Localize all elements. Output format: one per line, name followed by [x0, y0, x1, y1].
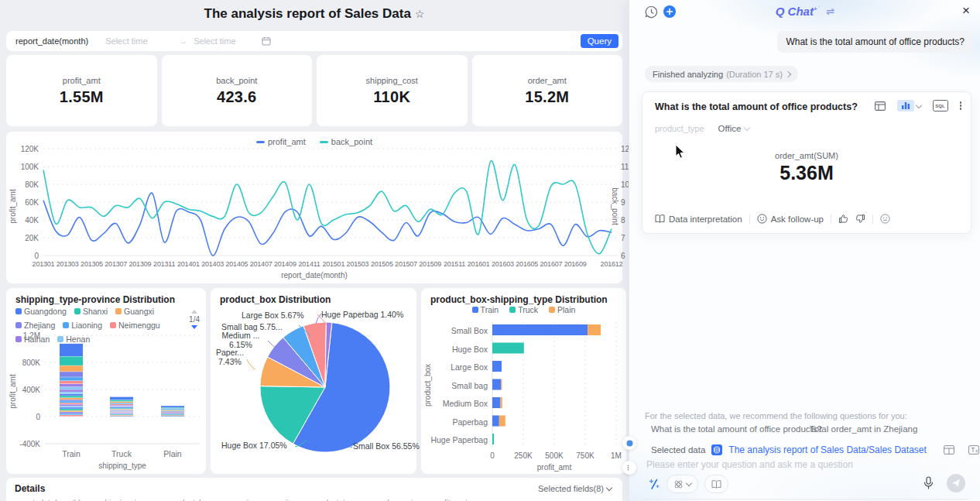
calendar-icon[interactable]	[262, 36, 271, 46]
bar-segment	[110, 411, 133, 412]
bar-segment	[60, 404, 83, 406]
kpi-card: profit_amt1.55M	[6, 55, 157, 126]
swap-mode-icon[interactable]: ⇌	[826, 5, 834, 17]
question-input[interactable]	[645, 458, 903, 471]
model-select-dropdown[interactable]	[666, 475, 698, 493]
bar-segment	[60, 394, 83, 396]
kpi-label: shipping_cost	[366, 76, 418, 85]
recommend-question-1[interactable]: What is the total amount of office produ…	[651, 424, 822, 434]
x-axis-tick: 201609	[561, 260, 589, 268]
bar-segment	[60, 410, 83, 411]
stacked-bar-chart-card: shipping_type-province Distribution Guan…	[6, 288, 206, 474]
bar-segment	[60, 412, 83, 413]
kpi-card: order_amt15.2M	[472, 55, 623, 126]
floating-assistant-icon[interactable]	[622, 436, 636, 450]
kpi-value: 423.6	[217, 88, 257, 106]
y-axis-title: profit_amt	[9, 184, 17, 230]
bar-segment	[110, 397, 133, 400]
selected-fields-dropdown[interactable]: Selected fields(8)	[538, 484, 612, 493]
page-title: The analysis report of Sales Data☆	[0, 6, 629, 22]
bar-segment	[110, 415, 133, 416]
selected-fields-label: Selected fields(8)	[538, 484, 604, 493]
y-axis-tick: 120K	[6, 145, 39, 153]
more-options-icon[interactable]	[960, 101, 962, 110]
bar-segment	[492, 379, 501, 390]
bar-segment	[60, 392, 83, 393]
bar-segment	[492, 324, 588, 335]
y-axis-tick: 9	[621, 198, 625, 207]
bar-segment	[60, 356, 83, 365]
bar-segment	[60, 372, 83, 377]
bar-segment	[500, 397, 502, 408]
bar-segment	[60, 387, 83, 389]
bar-segment	[161, 413, 184, 413]
dataset-fields-icon[interactable]	[968, 445, 979, 455]
recommend-question-2[interactable]: Total order_amt in Zhejiang	[810, 424, 917, 434]
y-axis-tick: 6	[621, 252, 625, 260]
kpi-card: shipping_cost110K	[317, 55, 468, 126]
kpi-value: 1.55M	[60, 88, 104, 106]
feedback-smiley-icon[interactable]	[880, 214, 890, 224]
user-message-bubble: What is the total amount of office produ…	[777, 31, 973, 53]
kpi-value: 110K	[373, 88, 410, 106]
pie-slice-label: Paper... 7.43%	[212, 348, 248, 366]
ask-follow-up-button[interactable]: Ask follow-up	[757, 214, 824, 224]
microphone-icon[interactable]	[923, 476, 934, 490]
thumbs-up-icon[interactable]	[838, 214, 848, 224]
y-axis-tick: 7	[621, 234, 625, 242]
dataset-table-icon[interactable]	[944, 445, 954, 455]
data-interpretation-button[interactable]: Data interpretation	[655, 214, 742, 224]
bar-segment	[161, 414, 184, 415]
bar-segment	[60, 401, 83, 403]
bar-segment	[110, 402, 133, 403]
pie-slice-label: Huge Box 17.05%	[221, 441, 291, 450]
bar-segment	[60, 403, 83, 405]
bar-segment	[60, 407, 83, 409]
chevron-down-icon	[606, 485, 612, 491]
smart-prompt-icon[interactable]	[648, 478, 660, 490]
sql-icon[interactable]: SQL	[933, 100, 948, 112]
input-bottom-border	[642, 499, 968, 499]
y-axis-tick: 11	[621, 163, 629, 171]
bar-segment	[110, 410, 133, 411]
bar-segment	[492, 343, 524, 354]
bar-segment	[161, 416, 184, 417]
filter-field-name: product_type	[655, 124, 704, 133]
y-axis-tick: Huge Paperbag	[421, 435, 488, 444]
metric-value: 5.36M	[642, 162, 971, 184]
end-time-input[interactable]: Select time	[194, 36, 262, 46]
bar-segment	[110, 416, 133, 417]
x-axis-tick: Truck	[102, 449, 141, 458]
favorite-star-icon[interactable]: ☆	[415, 8, 425, 20]
bar-segment	[60, 384, 83, 387]
y-axis-tick: Paperbag	[421, 417, 488, 427]
analysis-status-pill[interactable]: Finished analyzing (Duration 17 s)	[645, 66, 798, 82]
date-filter-bar: report_date(month) Select time → Select …	[6, 31, 622, 51]
knowledge-book-icon[interactable]	[704, 475, 728, 493]
x-axis-tick: 201612	[598, 260, 625, 268]
chart-type-dropdown[interactable]	[897, 100, 921, 112]
bar-segment	[60, 344, 83, 356]
answer-toolbar: SQL	[875, 100, 962, 112]
table-view-icon[interactable]	[875, 101, 886, 111]
y-axis-tick: 8	[621, 216, 625, 225]
thumbs-down-icon[interactable]	[855, 214, 865, 224]
metric-label: order_amt(SUM)	[642, 151, 971, 160]
bar-segment	[110, 414, 133, 415]
start-time-input[interactable]: Select time	[105, 36, 179, 46]
bar-segment	[110, 403, 133, 404]
query-button[interactable]: Query	[581, 34, 618, 48]
floating-handle-icon[interactable]	[622, 461, 636, 475]
y-axis-tick: Small Box	[421, 326, 488, 335]
bar-segment	[161, 414, 184, 415]
filter-value-dropdown[interactable]: Office	[718, 124, 750, 133]
dataset-link[interactable]: The analysis report of Sales Data/Sales …	[728, 444, 926, 455]
range-arrow-icon: →	[179, 36, 187, 46]
send-button[interactable]	[947, 474, 965, 492]
line-series-back-point	[43, 160, 612, 253]
bar-segment	[110, 408, 133, 409]
bar-segment	[60, 396, 83, 397]
x-axis-tick: 750K	[571, 451, 599, 460]
chat-header: Q Chat+˙ ⇌ ×	[629, 0, 980, 23]
close-icon[interactable]: ×	[962, 3, 970, 19]
